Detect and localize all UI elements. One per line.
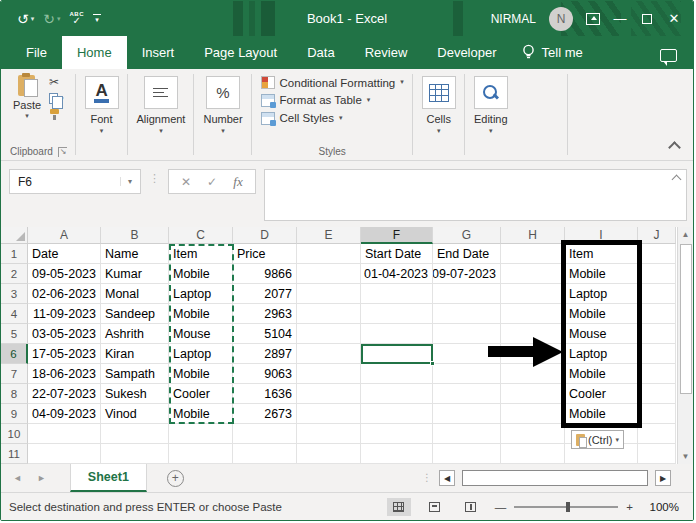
tab-developer[interactable]: Developer [422, 36, 511, 69]
normal-view-button[interactable] [387, 498, 411, 516]
page-layout-view-button[interactable] [423, 498, 447, 516]
cell-B7[interactable]: Sampath [101, 364, 169, 384]
cell-J2[interactable] [638, 264, 676, 284]
cell-E2[interactable] [297, 264, 361, 284]
next-sheet-icon[interactable]: ► [37, 473, 46, 483]
cell-E6[interactable] [297, 344, 361, 364]
paste-button[interactable]: Paste ▾ [13, 72, 41, 120]
cell-H5[interactable] [501, 324, 565, 344]
cell-H11[interactable] [501, 444, 565, 464]
tab-review[interactable]: Review [350, 36, 423, 69]
cell-D9[interactable]: 2673 [233, 404, 297, 424]
cell-G1[interactable]: End Date [433, 244, 501, 264]
cell-J3[interactable] [638, 284, 676, 304]
cell-E10[interactable] [297, 424, 361, 444]
cell-F2[interactable]: 01-04-2023 [361, 264, 433, 284]
cell-B3[interactable]: Monal [101, 284, 169, 304]
column-header-D[interactable]: D [233, 227, 297, 244]
row-header-8[interactable]: 8 [1, 384, 28, 404]
cell-G3[interactable] [433, 284, 501, 304]
number-button[interactable]: % Number ▾ [203, 76, 242, 135]
cell-J4[interactable] [638, 304, 676, 324]
cell-B5[interactable]: Ashrith [101, 324, 169, 344]
format-painter-button[interactable] [49, 109, 64, 120]
clipboard-dialog-launcher[interactable]: ↘ [58, 147, 67, 157]
cell-A2[interactable]: 09-05-2023 [28, 264, 101, 284]
cell-H4[interactable] [501, 304, 565, 324]
tab-bar-splitter[interactable]: ⋮ [422, 473, 432, 483]
cell-A11[interactable] [28, 444, 101, 464]
row-header-11[interactable]: 11 [1, 444, 28, 464]
cell-I4[interactable]: Mobile [565, 304, 638, 324]
column-header-H[interactable]: H [501, 227, 565, 244]
zoom-slider-knob[interactable] [566, 502, 570, 512]
row-header-6[interactable]: 6 [1, 344, 28, 364]
cell-F9[interactable] [361, 404, 433, 424]
cell-C1[interactable]: Item [169, 244, 233, 264]
cell-G5[interactable] [433, 324, 501, 344]
cell-I1[interactable]: Item [565, 244, 638, 264]
column-header-G[interactable]: G [433, 227, 501, 244]
user-name[interactable]: NIRMAL [491, 12, 536, 26]
cell-I7[interactable]: Mobile [565, 364, 638, 384]
tab-file[interactable]: File [11, 36, 62, 69]
cell-F10[interactable] [361, 424, 433, 444]
cell-G2[interactable]: 09-07-2023 [433, 264, 501, 284]
cell-C3[interactable]: Laptop [169, 284, 233, 304]
column-header-C[interactable]: C [169, 227, 233, 244]
column-header-E[interactable]: E [297, 227, 361, 244]
cell-E3[interactable] [297, 284, 361, 304]
cell-A8[interactable]: 22-07-2023 [28, 384, 101, 404]
cell-G8[interactable] [433, 384, 501, 404]
cell-D6[interactable]: 2897 [233, 344, 297, 364]
cells-button[interactable]: Cells ▾ [422, 76, 456, 135]
cell-C4[interactable]: Mobile [169, 304, 233, 324]
cell-D1[interactable]: Price [233, 244, 297, 264]
cell-F11[interactable] [361, 444, 433, 464]
cell-E11[interactable] [297, 444, 361, 464]
cell-I6[interactable]: Laptop [565, 344, 638, 364]
enter-entry-button[interactable]: ✓ [199, 175, 225, 189]
cell-E7[interactable] [297, 364, 361, 384]
cell-H1[interactable] [501, 244, 565, 264]
cell-D10[interactable] [233, 424, 297, 444]
cell-G7[interactable] [433, 364, 501, 384]
editing-button[interactable]: Editing ▾ [474, 76, 508, 135]
cell-D2[interactable]: 9866 [233, 264, 297, 284]
scroll-left-icon[interactable]: ◀ [439, 470, 455, 486]
cell-B2[interactable]: Kumar [101, 264, 169, 284]
font-button[interactable]: A Font ▾ [85, 76, 119, 135]
zoom-level[interactable]: 100% [645, 501, 679, 513]
cell-J10[interactable] [638, 424, 676, 444]
scroll-right-icon[interactable]: ▶ [655, 470, 671, 486]
vertical-scroll-thumb[interactable] [680, 244, 692, 394]
cell-B4[interactable]: Sandeep [101, 304, 169, 324]
zoom-out-button[interactable]: — [495, 501, 507, 513]
cell-B9[interactable]: Vinod [101, 404, 169, 424]
row-header-9[interactable]: 9 [1, 404, 28, 424]
cell-D11[interactable] [233, 444, 297, 464]
row-header-4[interactable]: 4 [1, 304, 28, 324]
row-header-3[interactable]: 3 [1, 284, 28, 304]
tab-data[interactable]: Data [292, 36, 349, 69]
select-all-corner[interactable] [1, 227, 28, 244]
zoom-in-button[interactable]: + [626, 501, 633, 513]
fill-handle[interactable] [430, 361, 435, 366]
cell-D5[interactable]: 5104 [233, 324, 297, 344]
cell-A6[interactable]: 17-05-2023 [28, 344, 101, 364]
minimize-button[interactable]: — [613, 12, 627, 26]
cell-F1[interactable]: Start Date [361, 244, 433, 264]
tab-home[interactable]: Home [62, 36, 127, 69]
collapse-ribbon-icon[interactable] [668, 141, 681, 154]
column-header-A[interactable]: A [28, 227, 101, 244]
cell-I9[interactable]: Mobile [565, 404, 638, 424]
row-header-7[interactable]: 7 [1, 364, 28, 384]
row-header-1[interactable]: 1 [1, 244, 28, 264]
cell-J6[interactable] [638, 344, 676, 364]
cell-E8[interactable] [297, 384, 361, 404]
cell-C11[interactable] [169, 444, 233, 464]
cell-B1[interactable]: Name [101, 244, 169, 264]
cell-H8[interactable] [501, 384, 565, 404]
tab-insert[interactable]: Insert [127, 36, 190, 69]
cell-B11[interactable] [101, 444, 169, 464]
